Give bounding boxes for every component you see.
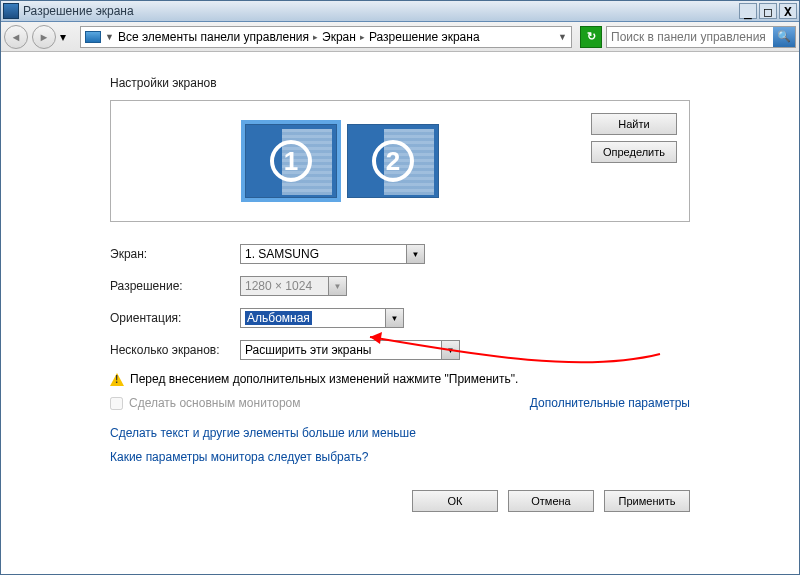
chevron-right-icon: ▸ <box>313 32 318 42</box>
which-settings-link[interactable]: Какие параметры монитора следует выбрать… <box>110 450 690 464</box>
breadcrumb[interactable]: ▼ Все элементы панели управления ▸ Экран… <box>80 26 572 48</box>
monitor-number: 1 <box>270 140 312 182</box>
chevron-down-icon: ▼ <box>385 309 403 327</box>
refresh-button[interactable]: ↻ <box>580 26 602 48</box>
identify-button[interactable]: Определить <box>591 141 677 163</box>
chevron-down-icon: ▼ <box>105 32 114 42</box>
orientation-select[interactable]: Альбомная ▼ <box>240 308 404 328</box>
back-button[interactable]: ◄ <box>4 25 28 49</box>
monitor-2[interactable]: 2 <box>347 124 439 198</box>
find-button[interactable]: Найти <box>591 113 677 135</box>
apply-button[interactable]: Применить <box>604 490 690 512</box>
forward-button[interactable]: ► <box>32 25 56 49</box>
nav-history-dropdown[interactable]: ▾ <box>60 30 72 44</box>
resolution-label: Разрешение: <box>110 279 240 293</box>
primary-checkbox-label: Сделать основным монитором <box>129 396 301 410</box>
multiple-displays-select[interactable]: Расширить эти экраны ▼ <box>240 340 460 360</box>
toolbar: ◄ ► ▾ ▼ Все элементы панели управления ▸… <box>0 22 800 52</box>
breadcrumb-segment[interactable]: Разрешение экрана <box>369 30 480 44</box>
maximize-button[interactable]: □ <box>759 3 777 19</box>
make-primary-checkbox: Сделать основным монитором <box>110 396 301 410</box>
screen-label: Экран: <box>110 247 240 261</box>
warning-text: Перед внесением дополнительных изменений… <box>130 372 518 386</box>
chevron-down-icon: ▼ <box>441 341 459 359</box>
monitor-1[interactable]: 1 <box>245 124 337 198</box>
display-arrangement-panel: 1 2 Найти Определить <box>110 100 690 222</box>
ok-button[interactable]: ОК <box>412 490 498 512</box>
apply-warning: Перед внесением дополнительных изменений… <box>110 372 690 386</box>
display-icon <box>3 3 19 19</box>
chevron-down-icon: ▼ <box>328 277 346 295</box>
control-panel-icon <box>85 31 101 43</box>
screen-select[interactable]: 1. SAMSUNG ▼ <box>240 244 425 264</box>
text-size-link[interactable]: Сделать текст и другие элементы больше и… <box>110 426 690 440</box>
breadcrumb-segment[interactable]: Все элементы панели управления <box>118 30 309 44</box>
search-box[interactable]: 🔍 <box>606 26 796 48</box>
chevron-down-icon[interactable]: ▼ <box>558 32 567 42</box>
chevron-right-icon: ▸ <box>360 32 365 42</box>
titlebar: Разрешение экрана _ □ X <box>0 0 800 22</box>
page-title: Настройки экранов <box>110 76 690 90</box>
minimize-button[interactable]: _ <box>739 3 757 19</box>
cancel-button[interactable]: Отмена <box>508 490 594 512</box>
multiple-displays-label: Несколько экранов: <box>110 343 240 357</box>
close-button[interactable]: X <box>779 3 797 19</box>
monitor-number: 2 <box>372 140 414 182</box>
orientation-label: Ориентация: <box>110 311 240 325</box>
search-input[interactable] <box>607 30 773 44</box>
primary-checkbox-input <box>110 397 123 410</box>
window-title: Разрешение экрана <box>23 4 739 18</box>
chevron-down-icon: ▼ <box>406 245 424 263</box>
search-icon[interactable]: 🔍 <box>773 27 795 47</box>
warning-icon <box>110 373 124 386</box>
advanced-settings-link[interactable]: Дополнительные параметры <box>530 396 690 410</box>
breadcrumb-segment[interactable]: Экран <box>322 30 356 44</box>
resolution-select[interactable]: 1280 × 1024 ▼ <box>240 276 347 296</box>
